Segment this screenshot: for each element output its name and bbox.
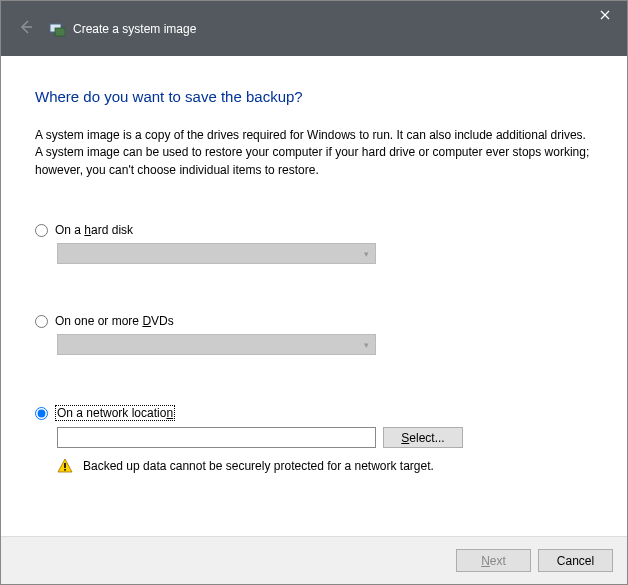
content-area: Where do you want to save the backup? A … <box>1 56 627 536</box>
chevron-down-icon: ▾ <box>364 340 369 350</box>
svg-rect-3 <box>64 469 66 471</box>
cancel-button[interactable]: Cancel <box>538 549 613 572</box>
radio-network[interactable] <box>35 407 48 420</box>
label-hard-disk: On a hard disk <box>55 223 133 237</box>
label-dvds: On one or more DVDs <box>55 314 174 328</box>
option-hard-disk[interactable]: On a hard disk <box>35 223 593 237</box>
radio-dvds[interactable] <box>35 315 48 328</box>
close-button[interactable] <box>582 1 627 29</box>
chevron-down-icon: ▾ <box>364 249 369 259</box>
svg-rect-1 <box>55 28 65 36</box>
option-network[interactable]: On a network location <box>35 405 593 421</box>
back-arrow-icon <box>17 18 35 40</box>
titlebar: Create a system image <box>1 1 627 56</box>
next-button[interactable]: Next <box>456 549 531 572</box>
dvds-dropdown: ▾ <box>57 334 376 355</box>
warning-icon <box>57 458 73 474</box>
window-title: Create a system image <box>73 22 196 36</box>
warning-row: Backed up data cannot be securely protec… <box>57 458 593 474</box>
footer: Next Cancel <box>1 536 627 584</box>
svg-rect-2 <box>64 463 66 468</box>
system-image-icon <box>49 21 65 37</box>
label-network: On a network location <box>55 405 175 421</box>
network-path-input[interactable] <box>57 427 376 448</box>
hard-disk-dropdown: ▾ <box>57 243 376 264</box>
option-dvds[interactable]: On one or more DVDs <box>35 314 593 328</box>
radio-hard-disk[interactable] <box>35 224 48 237</box>
warning-text: Backed up data cannot be securely protec… <box>83 459 434 473</box>
page-heading: Where do you want to save the backup? <box>35 88 593 105</box>
description-text: A system image is a copy of the drives r… <box>35 127 593 179</box>
select-button[interactable]: Select... <box>383 427 463 448</box>
